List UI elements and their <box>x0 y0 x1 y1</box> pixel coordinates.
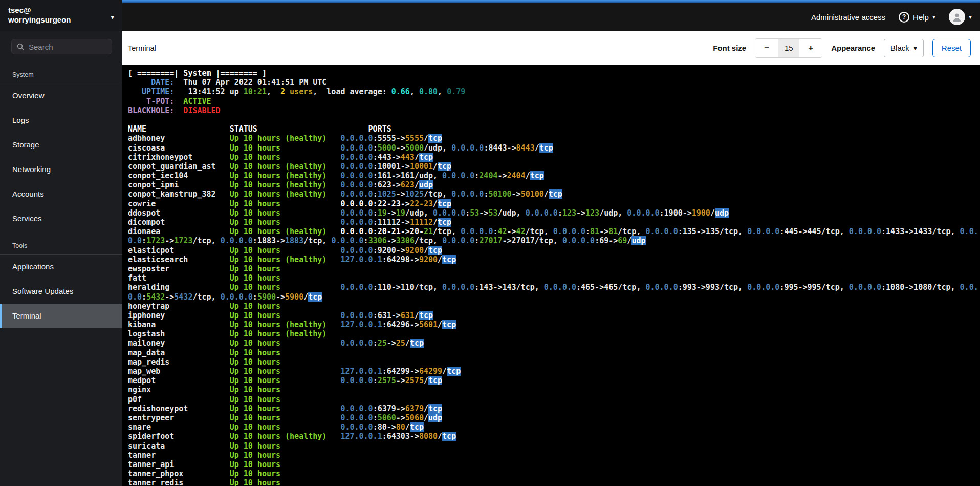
terminal-row: kibanaUp 10 hours (healthy)127.0.0.1:642… <box>128 320 980 329</box>
terminal-banner-line: [ ========| System |======== ] <box>128 69 980 78</box>
terminal-row: cowrieUp 10 hours0.0.0.0:22-23->22-23/tc… <box>128 199 980 208</box>
terminal-row: nginxUp 10 hours <box>128 385 980 394</box>
terminal-row: dionaeaUp 10 hours (healthy)0.0.0.0:20-2… <box>128 227 980 236</box>
terminal-row: ipphoneyUp 10 hours0.0.0.0:631->631/tcp <box>128 311 980 320</box>
chevron-down-icon: ▾ <box>969 14 972 20</box>
help-label: Help <box>913 13 929 22</box>
terminal-info-line: UPTIME: 13:41:52 up 10:21, 2 users, load… <box>128 87 980 96</box>
terminal-row: adbhoneyUp 10 hours (healthy)0.0.0.0:555… <box>128 134 980 143</box>
sidebar-item-applications[interactable]: Applications <box>0 255 122 279</box>
sidebar-item-networking[interactable]: Networking <box>0 157 122 182</box>
host-switcher-button[interactable]: tsec@ worryingsurgeon ▾ <box>0 0 122 31</box>
terminal-row: honeytrapUp 10 hours <box>128 302 980 311</box>
sidebar-item-services[interactable]: Services <box>0 206 122 231</box>
terminal-info-line: T-POT: ACTIVE <box>128 97 980 106</box>
session-menu[interactable]: ▾ <box>949 9 972 25</box>
terminal-row: conpot_kamstrup_382Up 10 hours (healthy)… <box>128 189 980 199</box>
terminal-row: map_dataUp 10 hours <box>128 348 980 357</box>
terminal-row: ddospotUp 10 hours0.0.0.0:19->19/udp, 0.… <box>128 208 980 218</box>
font-size-increase-button[interactable]: + <box>799 39 822 57</box>
appearance-label: Appearance <box>831 44 875 52</box>
terminal-wrap-line: 0.0:1723->1723/tcp, 0.0.0.0:1883->1883/t… <box>128 236 980 245</box>
host-user: tsec@ <box>8 5 114 15</box>
terminal-row: map_redisUp 10 hours <box>128 357 980 367</box>
sidebar-item-accounts[interactable]: Accounts <box>0 182 122 206</box>
terminal-row: tanner_apiUp 10 hours <box>128 460 980 469</box>
terminal-row: p0fUp 10 hours <box>128 395 980 404</box>
user-icon <box>952 12 962 22</box>
chevron-down-icon: ▾ <box>914 45 917 51</box>
nav-section-tools: Tools <box>0 242 122 254</box>
terminal-row: redishoneypotUp 10 hours0.0.0.0:6379->63… <box>128 404 980 413</box>
terminal-row: elasticsearchUp 10 hours (healthy)127.0.… <box>128 255 980 264</box>
chevron-down-icon: ▾ <box>111 13 114 21</box>
sidebar-item-overview[interactable]: Overview <box>0 83 122 108</box>
question-circle-icon: ? <box>899 12 909 23</box>
terminal-row: spiderfootUp 10 hours (healthy)127.0.0.1… <box>128 432 980 441</box>
sidebar-item-logs[interactable]: Logs <box>0 108 122 133</box>
font-size-stepper: − 15 + <box>755 38 822 58</box>
terminal-info-line: DATE: Thu 07 Apr 2022 01:41:51 PM UTC <box>128 78 980 87</box>
terminal-row: map_webUp 10 hours127.0.0.1:64299->64299… <box>128 367 980 376</box>
terminal-row: tannerUp 10 hours <box>128 451 980 460</box>
administrative-access-button[interactable]: Administrative access <box>811 13 885 22</box>
terminal-row: snareUp 10 hours0.0.0.0:80->80/tcp <box>128 422 980 432</box>
sidebar: tsec@ worryingsurgeon ▾ Search System Ov… <box>0 0 122 486</box>
terminal-row: tanner_phpoxUp 10 hours <box>128 469 980 478</box>
terminal-row: tanner_redisUp 10 hours <box>128 478 980 486</box>
terminal-row: sentrypeerUp 10 hours0.0.0.0:5060->5060/… <box>128 413 980 422</box>
terminal-row: logstashUp 10 hours (healthy) <box>128 329 980 339</box>
appearance-select[interactable]: Black ▾ <box>884 39 924 57</box>
masthead-accent-bar <box>122 0 980 3</box>
help-menu[interactable]: ? Help ▾ <box>899 12 935 23</box>
sidebar-item-software-updates[interactable]: Software Updates <box>0 279 122 304</box>
font-size-decrease-button[interactable]: − <box>755 39 778 57</box>
terminal-row: citrixhoneypotUp 10 hours0.0.0.0:443->44… <box>128 153 980 162</box>
terminal-wrap-line: 0.0:5432->5432/tcp, 0.0.0.0:5900->5900/t… <box>128 292 980 302</box>
terminal-row: ciscoasaUp 10 hours0.0.0.0:5000->5000/ud… <box>128 143 980 153</box>
chevron-down-icon: ▾ <box>932 14 935 20</box>
font-size-label: Font size <box>713 44 746 52</box>
terminal-info-line: BLACKHOLE: DISABLED <box>128 106 980 115</box>
terminal-row: conpot_guardian_astUp 10 hours (healthy)… <box>128 162 980 171</box>
reset-button[interactable]: Reset <box>932 39 971 57</box>
search-icon <box>17 43 25 51</box>
sidebar-item-storage[interactable]: Storage <box>0 133 122 157</box>
nav-spacer <box>0 231 122 242</box>
avatar <box>949 9 965 25</box>
terminal-toolbar: Terminal Font size − 15 + Appearance Bla… <box>122 31 980 65</box>
terminal-body[interactable]: [ ========| System |======== ] DATE: Thu… <box>122 65 980 486</box>
terminal-blank-line <box>128 115 980 124</box>
terminal-row: dicompotUp 10 hours0.0.0.0:11112->11112/… <box>128 218 980 227</box>
search-placeholder: Search <box>29 43 53 51</box>
terminal-header-line: NAMESTATUS PORTS <box>128 124 980 134</box>
masthead: Administrative access ? Help ▾ ▾ <box>0 0 980 31</box>
terminal-row: medpotUp 10 hours0.0.0.0:2575->2575/tcp <box>128 376 980 385</box>
terminal-row: ewsposterUp 10 hours <box>128 264 980 273</box>
sidebar-item-terminal[interactable]: Terminal <box>0 304 122 328</box>
terminal-row: suricataUp 10 hours <box>128 441 980 451</box>
terminal-row: mailoneyUp 10 hours0.0.0.0:25->25/tcp <box>128 339 980 348</box>
terminal-row: conpot_iec104Up 10 hours (healthy)0.0.0.… <box>128 171 980 180</box>
terminal-row: elasticpotUp 10 hours0.0.0.0:9200->9200/… <box>128 246 980 255</box>
nav-section-system: System <box>0 71 122 83</box>
page-title: Terminal <box>128 44 156 52</box>
terminal-row: heraldingUp 10 hours0.0.0.0:110->110/tcp… <box>128 283 980 292</box>
appearance-value: Black <box>890 44 909 52</box>
font-size-value: 15 <box>778 39 799 57</box>
search-input[interactable]: Search <box>11 39 112 54</box>
host-name: worryingsurgeon <box>8 15 114 25</box>
terminal-row: conpot_ipmiUp 10 hours (healthy)0.0.0.0:… <box>128 180 980 189</box>
terminal-row: fattUp 10 hours <box>128 273 980 283</box>
